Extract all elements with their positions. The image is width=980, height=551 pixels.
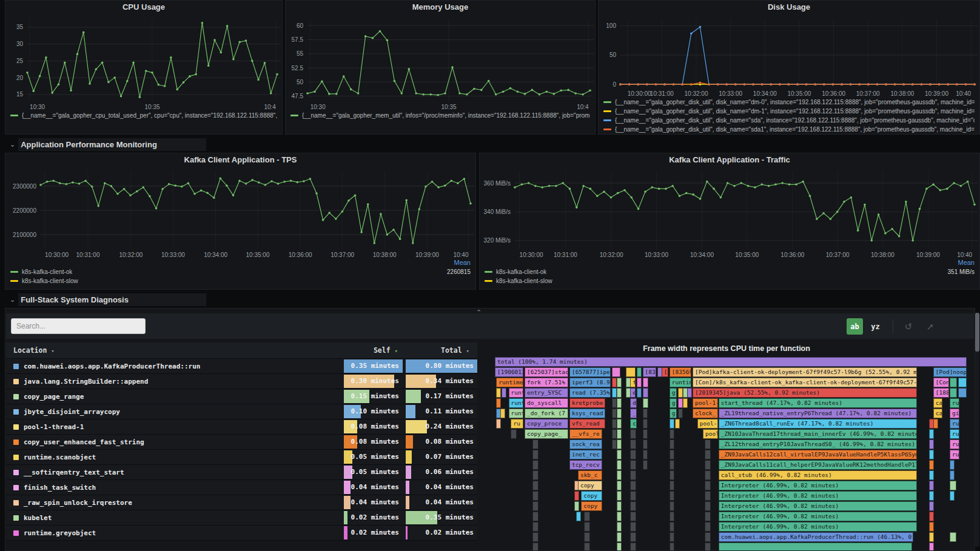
flame-frame[interactable]: ru: [950, 450, 959, 459]
flame-frame[interactable]: _d: [630, 409, 637, 418]
flame-frame[interactable]: tcp_recv: [569, 460, 602, 470]
legend-item[interactable]: k8s-kafka-client-slow: [10, 276, 471, 286]
flame-frame[interactable]: [617, 378, 622, 387]
flame-frame[interactable]: [950, 481, 956, 490]
flame-frame[interactable]: [958, 388, 967, 398]
column-header-self[interactable]: Self ▾: [344, 342, 403, 358]
legend-item[interactable]: k8s-kafka-client-ok2260815: [10, 267, 471, 276]
flame-frame[interactable]: iperf3 (8.96%: [569, 378, 611, 387]
flame-frame[interactable]: [617, 419, 622, 429]
collapsed-stack-pillar[interactable]: [678, 409, 683, 418]
flame-frame[interactable]: [496, 388, 501, 398]
flame-frame[interactable]: skb_c: [578, 470, 602, 480]
flame-frame[interactable]: [496, 419, 501, 429]
flame-frame[interactable]: [617, 439, 622, 449]
flame-frame[interactable]: [929, 491, 934, 501]
collapsed-stack-pillar[interactable]: [532, 512, 538, 521]
flame-frame[interactable]: [643, 378, 648, 387]
collapsed-stack-pillar[interactable]: [630, 470, 636, 480]
collapsed-stack-pillar[interactable]: [705, 460, 711, 470]
flame-frame[interactable]: [617, 460, 622, 470]
flame-frame[interactable]: [950, 491, 955, 501]
collapsed-stack-pillar[interactable]: [670, 512, 674, 521]
flame-frame[interactable]: [617, 388, 622, 398]
collapsed-stack-pillar[interactable]: [584, 512, 590, 521]
flame-frame[interactable]: _ZN6Thread8call_runEv (47.17%, 0.82 minu…: [719, 419, 917, 429]
table-row[interactable]: runtime.greyobject0.02 minutes0.02 minut…: [6, 526, 477, 541]
flame-frame[interactable]: ru: [950, 398, 959, 408]
flame-frame[interactable]: [687, 388, 692, 398]
collapsed-stack-pillar[interactable]: [643, 439, 648, 449]
flame-frame[interactable]: fork (7.51%: [525, 378, 568, 387]
flame-frame[interactable]: Interpreter (46.99%, 0.82 minutes): [719, 481, 917, 490]
search-input[interactable]: [11, 318, 146, 334]
undo-icon[interactable]: ↺: [901, 318, 916, 335]
flame-frame[interactable]: _ZN9JavaCalls11call_helperEP9JavaValueRK…: [719, 460, 917, 470]
flame-frame[interactable]: [929, 512, 934, 521]
flame-frame[interactable]: do_syscall: [525, 398, 568, 408]
flame-frame[interactable]: [929, 522, 934, 532]
collapsed-stack-pillar[interactable]: [670, 470, 674, 480]
flame-frame[interactable]: copy: [581, 501, 602, 511]
flame-frame[interactable]: [643, 398, 648, 408]
collapsed-stack-pillar[interactable]: [670, 450, 674, 459]
flame-frame[interactable]: _ZL12thread_entryP10JavaThreadS0_ (46.99…: [719, 439, 917, 449]
flame-frame[interactable]: [Con]/k8s_kafka-client-ok_kafka-client-o…: [693, 378, 917, 387]
flame-frame[interactable]: [929, 501, 934, 511]
flame-frame[interactable]: com.huawei.aops.app.KafkaProducerThread:…: [719, 532, 913, 542]
disk-chart-canvas[interactable]: 05010010:30:0010:31:0010:32:0010:33:0010…: [599, 14, 979, 98]
flame-frame[interactable]: vfs_read: [569, 419, 605, 429]
flame-frame[interactable]: [637, 378, 642, 387]
collapsed-stack-pillar[interactable]: [643, 409, 648, 418]
flame-frame[interactable]: [617, 470, 622, 480]
collapsed-stack-pillar[interactable]: [643, 429, 648, 439]
legend-item[interactable]: {__name__="gala_gopher_cpu_total_used_pe…: [10, 111, 277, 120]
collapsed-stack-pillar[interactable]: [630, 522, 636, 532]
table-row[interactable]: copy_user_enhanced_fast_string0.08 minut…: [6, 435, 477, 450]
flame-frame[interactable]: [950, 460, 955, 470]
flame-frame[interactable]: [950, 378, 957, 387]
collapsed-stack-pillar[interactable]: [670, 439, 674, 449]
collapsed-stack-pillar[interactable]: [532, 501, 538, 511]
flame-frame[interactable]: [574, 501, 579, 511]
collapsed-stack-pillar[interactable]: [630, 501, 636, 511]
collapsed-stack-pillar[interactable]: [670, 522, 674, 532]
flame-frame[interactable]: total (100%, 1.74 minutes): [495, 357, 967, 367]
flame-frame[interactable]: copy_page_: [525, 429, 568, 439]
collapsed-stack-pillar[interactable]: [670, 501, 674, 511]
collapsed-stack-pillar[interactable]: [670, 481, 674, 490]
flame-frame[interactable]: pool-1: [697, 419, 718, 429]
section-diagnosis[interactable]: ⌄ Full-Stack System Diagnosis: [5, 293, 206, 306]
flame-frame[interactable]: Interpreter (46.99%, 0.82 minutes): [719, 501, 917, 511]
flame-frame[interactable]: call_stub (46.99%, 0.82 minutes): [719, 470, 917, 480]
flame-frame[interactable]: [929, 460, 934, 470]
flame-frame[interactable]: [625037]stac: [525, 367, 568, 377]
flame-frame[interactable]: [929, 532, 934, 542]
flame-frame[interactable]: [929, 470, 934, 480]
flame-frame[interactable]: [576, 512, 581, 521]
flame-frame[interactable]: [929, 450, 934, 459]
scrollbar-thumb[interactable]: [975, 313, 979, 352]
flame-frame[interactable]: [1906013]c: [495, 367, 523, 377]
flame-frame[interactable]: [950, 532, 956, 542]
flame-frame[interactable]: [2019345]java (52.55%, 0.92 minutes): [693, 388, 917, 398]
flame-frame[interactable]: _ZN10JavaThread17thread_main_innerEv (46…: [719, 429, 917, 439]
collapsed-stack-pillar[interactable]: [670, 460, 674, 470]
flame-frame[interactable]: copy: [581, 491, 602, 501]
flame-frame[interactable]: pool-1-: [693, 398, 718, 408]
flame-frame[interactable]: gi: [950, 409, 959, 418]
flame-frame[interactable]: Interpreter (46.99%, 0.82 minutes): [719, 491, 917, 501]
flame-frame[interactable]: [612, 367, 620, 377]
flame-frame[interactable]: ru: [950, 419, 959, 429]
panel-title[interactable]: CPU Usage: [5, 1, 282, 14]
flame-frame[interactable]: gi: [670, 398, 677, 408]
legend-item[interactable]: k8s-kafka-client-ok351 MiB/s: [485, 267, 975, 276]
section-apm[interactable]: ⌄ Application Performance Monitoring: [5, 138, 206, 151]
flame-frame[interactable]: [683, 398, 688, 408]
collapsed-stack-pillar[interactable]: [705, 491, 711, 501]
collapsed-stack-pillar[interactable]: [584, 543, 590, 550]
flame-frame[interactable]: ru: [950, 439, 959, 449]
collapsed-stack-pillar[interactable]: [532, 481, 538, 490]
flame-frame[interactable]: [929, 429, 934, 439]
flame-frame[interactable]: [83: [662, 367, 669, 377]
